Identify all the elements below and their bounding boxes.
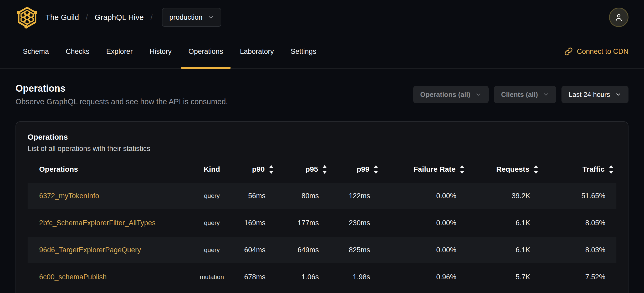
p99-cell: 1.98s <box>330 264 381 291</box>
operations-filter-label: Operations (all) <box>420 91 471 99</box>
traffic-cell: 51.65% <box>541 183 616 210</box>
table-row: 6c00_schemaPublish mutation 678ms 1.06s … <box>28 264 616 291</box>
breadcrumb-org-link[interactable]: The Guild <box>45 13 79 22</box>
top-bar: The Guild / GraphQL Hive / production <box>0 0 644 35</box>
tab-checks[interactable]: Checks <box>58 35 97 68</box>
failure-rate-cell: 0.00% <box>381 210 467 237</box>
p90-cell: 678ms <box>236 264 277 291</box>
chevron-down-icon <box>475 91 482 98</box>
breadcrumb: The Guild / GraphQL Hive / production <box>16 6 221 29</box>
requests-cell: 5.7K <box>467 264 541 291</box>
page-title: Operations <box>16 83 228 94</box>
failure-rate-cell: 0.00% <box>381 183 467 210</box>
nav-tabs: Schema Checks Explorer History Operation… <box>16 35 324 68</box>
chevron-down-icon <box>208 14 214 20</box>
sort-arrows-icon <box>534 165 538 174</box>
p99-cell: 122ms <box>330 183 381 210</box>
sort-button-p95[interactable]: p95 <box>277 165 330 174</box>
breadcrumb-project-link[interactable]: GraphQL Hive <box>95 13 144 22</box>
operation-link[interactable]: 96d6_TargetExplorerPageQuery <box>39 246 141 254</box>
tab-operations[interactable]: Operations <box>181 35 231 68</box>
p90-cell: 56ms <box>236 183 277 210</box>
tab-settings[interactable]: Settings <box>283 35 324 68</box>
column-label: Failure Rate <box>413 165 456 174</box>
clients-filter-dropdown[interactable]: Clients (all) <box>494 86 556 103</box>
column-header-kind: Kind <box>188 163 236 183</box>
operation-link[interactable]: 2bfc_SchemaExplorerFilter_AllTypes <box>39 219 156 227</box>
operations-page: Operations Observe GraphQL requests and … <box>0 83 644 293</box>
breadcrumb-separator: / <box>151 13 153 22</box>
operations-card: Operations List of all operations with t… <box>16 121 628 293</box>
card-subtitle: List of all operations with their statis… <box>28 145 616 153</box>
sort-button-requests[interactable]: Requests <box>467 165 541 174</box>
p99-cell: 230ms <box>330 210 381 237</box>
p95-cell: 80ms <box>277 183 330 210</box>
connect-to-cdn-label: Connect to CDN <box>577 48 628 56</box>
column-label: Traffic <box>582 165 605 174</box>
chevron-down-icon <box>543 91 549 98</box>
operations-table: Operations Kind p90 p95 <box>28 163 616 291</box>
connect-to-cdn-link[interactable]: Connect to CDN <box>564 35 628 68</box>
tab-schema[interactable]: Schema <box>16 35 56 68</box>
column-label: p95 <box>305 165 318 174</box>
tab-history[interactable]: History <box>142 35 179 68</box>
person-icon <box>614 12 624 22</box>
column-header-p90: p90 <box>236 163 277 183</box>
column-header-failure-rate: Failure Rate <box>381 163 467 183</box>
page-header: Operations Observe GraphQL requests and … <box>16 83 628 106</box>
kind-cell: query <box>188 237 236 264</box>
column-label: p99 <box>357 165 369 174</box>
user-menu-button[interactable] <box>609 8 628 27</box>
table-row: 2bfc_SchemaExplorerFilter_AllTypes query… <box>28 210 616 237</box>
sort-arrows-icon <box>323 165 327 174</box>
table-header-row: Operations Kind p90 p95 <box>28 163 616 183</box>
hive-logo-icon[interactable] <box>16 6 39 29</box>
requests-cell: 39.2K <box>467 183 541 210</box>
operation-link[interactable]: 6c00_schemaPublish <box>39 273 107 281</box>
operations-filter-dropdown[interactable]: Operations (all) <box>413 86 489 103</box>
clients-filter-label: Clients (all) <box>501 91 538 99</box>
chevron-down-icon <box>615 91 621 98</box>
column-header-p95: p95 <box>277 163 330 183</box>
target-selector-value: production <box>169 13 202 22</box>
target-nav: Schema Checks Explorer History Operation… <box>0 35 644 69</box>
operation-link[interactable]: 6372_myTokenInfo <box>39 192 99 200</box>
period-filter-dropdown[interactable]: Last 24 hours <box>561 86 628 103</box>
column-header-requests: Requests <box>467 163 541 183</box>
table-row: 96d6_TargetExplorerPageQuery query 604ms… <box>28 237 616 264</box>
column-label: Requests <box>496 165 529 174</box>
kind-cell: query <box>188 210 236 237</box>
sort-arrows-icon <box>609 165 613 174</box>
filters: Operations (all) Clients (all) Last 24 h… <box>413 86 628 103</box>
traffic-cell: 8.03% <box>541 237 616 264</box>
failure-rate-cell: 0.00% <box>381 237 467 264</box>
p99-cell: 825ms <box>330 237 381 264</box>
tab-explorer[interactable]: Explorer <box>99 35 140 68</box>
traffic-cell: 7.52% <box>541 264 616 291</box>
page-subtitle: Observe GraphQL requests and see how the… <box>16 97 228 106</box>
sort-arrows-icon <box>269 165 273 174</box>
sort-arrows-icon <box>460 165 464 174</box>
traffic-cell: 8.05% <box>541 210 616 237</box>
sort-arrows-icon <box>374 165 378 174</box>
tab-laboratory[interactable]: Laboratory <box>233 35 281 68</box>
card-title: Operations <box>28 133 616 142</box>
kind-cell: query <box>188 183 236 210</box>
kind-cell: mutation <box>188 264 236 291</box>
breadcrumb-separator: / <box>86 13 88 22</box>
sort-button-failure-rate[interactable]: Failure Rate <box>381 165 467 174</box>
p90-cell: 604ms <box>236 237 277 264</box>
column-header-traffic: Traffic <box>541 163 616 183</box>
sort-button-p90[interactable]: p90 <box>236 165 277 174</box>
requests-cell: 6.1K <box>467 210 541 237</box>
column-label: p90 <box>252 165 265 174</box>
chain-link-icon <box>564 47 573 56</box>
column-header-operations: Operations <box>28 163 188 183</box>
sort-button-p99[interactable]: p99 <box>330 165 381 174</box>
requests-cell: 6.1K <box>467 237 541 264</box>
p90-cell: 169ms <box>236 210 277 237</box>
sort-button-traffic[interactable]: Traffic <box>541 165 616 174</box>
target-selector-dropdown[interactable]: production <box>162 8 221 27</box>
failure-rate-cell: 0.96% <box>381 264 467 291</box>
column-header-p99: p99 <box>330 163 381 183</box>
